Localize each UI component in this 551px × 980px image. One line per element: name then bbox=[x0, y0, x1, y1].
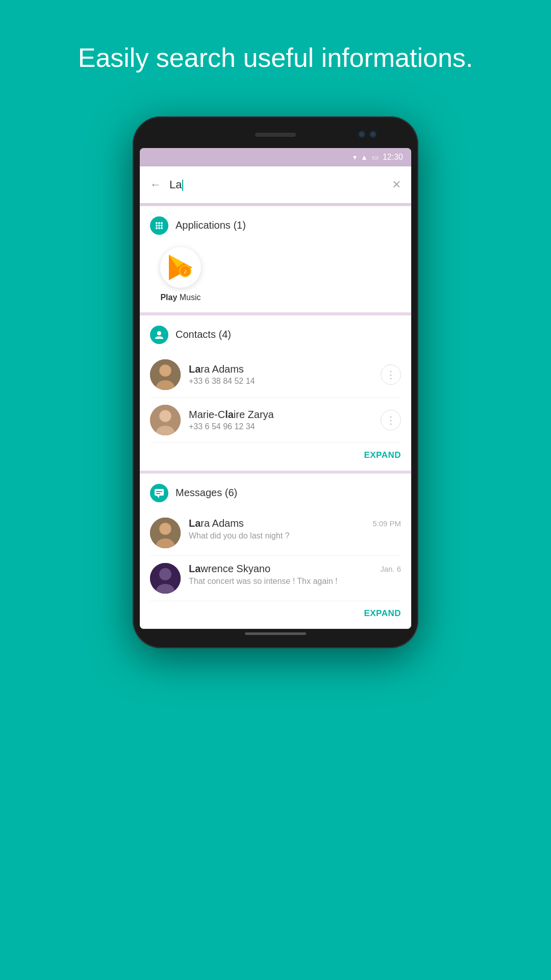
message-item-lawrence[interactable]: Lawrence Skyano Jan. 6 That concert was … bbox=[150, 556, 401, 601]
svg-point-7 bbox=[158, 227, 160, 229]
clear-button[interactable]: ✕ bbox=[392, 178, 401, 191]
svg-marker-24 bbox=[157, 496, 159, 498]
contacts-header: Contacts (4) bbox=[150, 326, 401, 344]
contact-phone-lara: +33 6 38 84 52 14 bbox=[189, 377, 372, 386]
app-label: Play Music bbox=[160, 293, 201, 302]
avatar-lara bbox=[150, 359, 181, 390]
svg-text:♪: ♪ bbox=[184, 267, 187, 275]
headline: Easily search useful informations. bbox=[47, 0, 504, 106]
message-preview-lara: What did you do last night ? bbox=[189, 531, 401, 541]
phone-notch-area bbox=[140, 126, 411, 148]
applications-section: Applications (1) bbox=[140, 206, 411, 312]
app-icon-circle: ♪ bbox=[160, 247, 201, 288]
phone-camera bbox=[358, 131, 365, 138]
contact-more-marie[interactable]: ⋮ bbox=[381, 410, 401, 430]
svg-point-8 bbox=[161, 227, 163, 229]
contact-name-lara: Lara Adams bbox=[189, 363, 372, 375]
message-time-lawrence: Jan. 6 bbox=[380, 565, 401, 573]
messages-expand: EXPAND bbox=[150, 601, 401, 621]
svg-point-18 bbox=[160, 365, 171, 376]
contact-more-lara[interactable]: ⋮ bbox=[381, 364, 401, 385]
svg-rect-25 bbox=[156, 491, 162, 492]
contact-info-lara: Lara Adams +33 6 38 84 52 14 bbox=[189, 363, 372, 386]
contact-item-marie[interactable]: Marie-Claire Zarya +33 6 54 96 12 34 ⋮ bbox=[150, 398, 401, 443]
message-preview-lawrence: That concert was so intense ! Thx again … bbox=[189, 577, 401, 586]
back-button[interactable]: ← bbox=[150, 178, 161, 191]
svg-point-0 bbox=[156, 222, 158, 224]
play-music-svg: ♪ bbox=[166, 253, 195, 282]
svg-point-2 bbox=[161, 222, 163, 224]
home-indicator bbox=[245, 632, 306, 635]
messages-icon bbox=[150, 484, 168, 502]
svg-point-6 bbox=[156, 227, 158, 229]
message-name-lawrence: Lawrence Skyano bbox=[189, 563, 270, 575]
phone-wrapper: ▾ ▲ ▭ 12:30 ← La ✕ bbox=[133, 116, 418, 648]
search-input[interactable]: La bbox=[169, 178, 384, 191]
contacts-icon bbox=[150, 326, 168, 344]
contact-name-marie: Marie-Claire Zarya bbox=[189, 409, 372, 421]
phone-camera2 bbox=[369, 131, 377, 138]
messages-section: Messages (6) bbox=[140, 474, 411, 629]
message-content-lawrence: Lawrence Skyano Jan. 6 That concert was … bbox=[189, 563, 401, 586]
contact-phone-marie: +33 6 54 96 12 34 bbox=[189, 422, 372, 431]
svg-point-30 bbox=[160, 523, 171, 534]
contacts-section: Contacts (4) La bbox=[140, 315, 411, 471]
message-header-lawrence: Lawrence Skyano Jan. 6 bbox=[189, 563, 401, 575]
avatar-marie bbox=[150, 405, 181, 435]
phone-speaker bbox=[255, 133, 296, 137]
applications-icon bbox=[150, 216, 168, 235]
app-item-play-music[interactable]: ♪ Play Music bbox=[155, 247, 206, 302]
phone-screen: ▾ ▲ ▭ 12:30 ← La ✕ bbox=[140, 148, 411, 629]
contacts-expand: EXPAND bbox=[150, 443, 401, 462]
svg-point-5 bbox=[161, 225, 163, 227]
svg-point-14 bbox=[157, 331, 161, 335]
avatar-msg-lawrence bbox=[150, 563, 181, 594]
message-header-lara: Lara Adams 5:09 PM bbox=[189, 518, 401, 529]
message-item-lara[interactable]: Lara Adams 5:09 PM What did you do last … bbox=[150, 510, 401, 556]
message-time-lara: 5:09 PM bbox=[372, 519, 401, 528]
status-time: 12:30 bbox=[383, 153, 403, 162]
svg-point-3 bbox=[156, 225, 158, 227]
applications-title: Applications (1) bbox=[176, 219, 246, 231]
message-content-lara: Lara Adams 5:09 PM What did you do last … bbox=[189, 518, 401, 541]
search-bar: ← La ✕ bbox=[140, 166, 411, 203]
svg-point-4 bbox=[158, 225, 160, 227]
svg-point-1 bbox=[158, 222, 160, 224]
contact-info-marie: Marie-Claire Zarya +33 6 54 96 12 34 bbox=[189, 409, 372, 431]
messages-expand-button[interactable]: EXPAND bbox=[364, 608, 401, 618]
applications-header: Applications (1) bbox=[150, 216, 401, 235]
svg-point-22 bbox=[160, 410, 171, 422]
contacts-title: Contacts (4) bbox=[176, 329, 231, 340]
svg-rect-26 bbox=[156, 493, 160, 494]
app-grid: ♪ Play Music bbox=[150, 243, 401, 304]
avatar-msg-lara bbox=[150, 518, 181, 548]
contacts-expand-button[interactable]: EXPAND bbox=[364, 450, 401, 460]
contact-item-lara[interactable]: Lara Adams +33 6 38 84 52 14 ⋮ bbox=[150, 352, 401, 398]
wifi-icon: ▾ bbox=[353, 153, 357, 161]
message-name-lara: Lara Adams bbox=[189, 518, 244, 529]
messages-header: Messages (6) bbox=[150, 484, 401, 502]
signal-icon: ▲ bbox=[361, 153, 368, 161]
phone-bottom bbox=[140, 629, 411, 639]
status-bar: ▾ ▲ ▭ 12:30 bbox=[140, 148, 411, 166]
svg-rect-23 bbox=[155, 489, 164, 496]
battery-icon: ▭ bbox=[372, 153, 379, 161]
messages-title: Messages (6) bbox=[176, 487, 237, 499]
phone-outer: ▾ ▲ ▭ 12:30 ← La ✕ bbox=[133, 116, 418, 648]
svg-point-32 bbox=[159, 568, 171, 580]
